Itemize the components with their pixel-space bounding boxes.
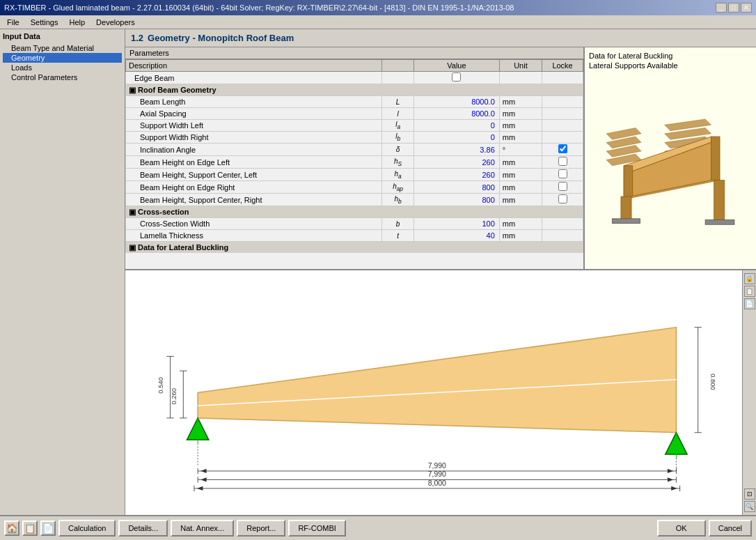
- menu-bar: File Settings Help Developers: [0, 15, 756, 29]
- view-3d-image: [589, 72, 752, 265]
- title-bar: RX-TIMBER - Glued laminated beam - 2.27.…: [0, 0, 756, 15]
- svg-text:0.260: 0.260: [171, 388, 178, 404]
- row-value: 100: [414, 218, 500, 230]
- rf-combi-button[interactable]: RF-COMBI: [288, 520, 345, 537]
- home-button[interactable]: 🏠: [4, 520, 19, 536]
- menu-file[interactable]: File: [3, 17, 24, 27]
- copy-tool-icon[interactable]: 📋: [744, 286, 755, 297]
- top-section: Parameters Description Value Unit L: [125, 47, 756, 270]
- row-value: 3.86: [414, 144, 500, 156]
- zoom-in-icon[interactable]: 🔍: [744, 501, 755, 512]
- table-row: Beam Length L 8000.0 mm: [126, 96, 583, 108]
- copy-bottom-button[interactable]: 📋: [22, 520, 38, 536]
- beam-height-edge-left-lock[interactable]: [558, 157, 567, 166]
- row-unit: °: [499, 144, 542, 156]
- row-symbol: l: [382, 108, 414, 120]
- row-lock: [542, 156, 583, 169]
- row-symbol: hb: [382, 194, 414, 206]
- sidebar-item-control[interactable]: Control Parameters: [3, 72, 122, 82]
- cancel-button[interactable]: Cancel: [709, 520, 752, 537]
- calculation-button[interactable]: Calculation: [58, 520, 116, 537]
- zoom-fit-icon[interactable]: ⊡: [744, 488, 755, 500]
- row-symbol: t: [382, 230, 414, 242]
- row-value: 800: [414, 194, 500, 206]
- view-3d-panel: Data for Lateral Buckling Lateral Suppor…: [585, 47, 756, 269]
- lock-tool-icon[interactable]: 🔒: [744, 273, 755, 284]
- report-button[interactable]: Report...: [237, 520, 285, 537]
- paste-tool-icon[interactable]: 📄: [744, 298, 755, 309]
- svg-marker-13: [711, 137, 720, 180]
- row-symbol: ha: [382, 169, 414, 181]
- col-value: Value: [414, 60, 500, 72]
- row-unit: mm: [499, 169, 542, 181]
- row-symbol: L: [382, 96, 414, 108]
- row-unit: mm: [499, 108, 542, 120]
- row-value: 800: [414, 181, 500, 194]
- menu-settings[interactable]: Settings: [26, 17, 63, 27]
- table-row: Beam Height on Edge Left hS 260 mm: [126, 156, 583, 169]
- row-unit: mm: [499, 156, 542, 169]
- sidebar-item-geometry[interactable]: Geometry: [3, 53, 122, 63]
- close-button[interactable]: ✕: [741, 3, 752, 13]
- row-value: 8000.0: [414, 96, 500, 108]
- svg-rect-16: [705, 220, 734, 225]
- row-desc: Beam Height, Support Center, Right: [126, 194, 382, 206]
- row-desc: Beam Length: [126, 96, 382, 108]
- row-lock: [542, 108, 583, 120]
- row-value: [414, 72, 500, 84]
- table-row: Inclination Angle δ 3.86 °: [126, 144, 583, 156]
- table-row: Beam Height, Support Center, Right hb 80…: [126, 194, 583, 206]
- diagram-svg: 0.260 0.540: [125, 270, 756, 515]
- diagram-area: 0.260 0.540: [125, 270, 756, 515]
- table-row-section: ▣ Roof Beam Geometry: [126, 84, 583, 96]
- sidebar-item-beam-type[interactable]: Beam Type and Material: [3, 43, 122, 53]
- svg-rect-17: [621, 196, 631, 221]
- sidebar-title: Input Data: [3, 32, 122, 40]
- row-desc: Support Width Right: [126, 132, 382, 144]
- svg-text:0.540: 0.540: [157, 377, 164, 393]
- diagram-canvas: 0.260 0.540: [125, 270, 756, 515]
- menu-developers[interactable]: Developers: [92, 17, 139, 27]
- row-symbol: δ: [382, 144, 414, 156]
- edge-beam-checkbox[interactable]: [452, 72, 461, 82]
- table-row: Support Width Right lb 0 mm: [126, 132, 583, 144]
- row-lock: [542, 132, 583, 144]
- beam-height-support-right-lock[interactable]: [558, 194, 567, 203]
- row-symbol: b: [382, 218, 414, 230]
- content-area: 1.2 Geometry - Monopitch Roof Beam Param…: [125, 29, 756, 515]
- minimize-button[interactable]: _: [716, 3, 727, 13]
- row-value: 0: [414, 132, 500, 144]
- row-desc: Beam Height on Edge Right: [126, 181, 382, 194]
- params-panel: Parameters Description Value Unit L: [125, 47, 585, 269]
- table-row: Axial Spacing l 8000.0 mm: [126, 108, 583, 120]
- maximize-button[interactable]: □: [728, 3, 739, 13]
- params-table-wrapper[interactable]: Description Value Unit Locke: [125, 59, 583, 253]
- paste-bottom-button[interactable]: 📄: [40, 520, 56, 536]
- ok-button[interactable]: OK: [657, 520, 706, 537]
- row-desc: Beam Height on Edge Left: [126, 156, 382, 169]
- nat-annex-button[interactable]: Nat. Annex...: [171, 520, 234, 537]
- beam-height-support-left-lock[interactable]: [558, 169, 567, 178]
- table-row: Beam Height on Edge Right hap 800 mm: [126, 181, 583, 194]
- beam-height-edge-right-lock[interactable]: [558, 182, 567, 191]
- sidebar-item-loads[interactable]: Loads: [3, 63, 122, 72]
- row-symbol: hap: [382, 181, 414, 194]
- svg-rect-18: [612, 219, 640, 224]
- row-lock: [542, 230, 583, 242]
- inclination-lock[interactable]: [558, 144, 567, 153]
- row-unit: [499, 72, 542, 84]
- sidebar: Input Data Beam Type and Material Geomet…: [0, 29, 125, 515]
- row-lock: [542, 181, 583, 194]
- row-value: 8000.0: [414, 108, 500, 120]
- section-label: ▣ Data for Lateral Buckling: [126, 242, 583, 254]
- page-title: Geometry - Monopitch Roof Beam: [148, 33, 294, 43]
- row-lock: [542, 144, 583, 156]
- svg-marker-12: [624, 166, 633, 198]
- menu-help[interactable]: Help: [65, 17, 89, 27]
- col-lock: Locke: [542, 60, 583, 72]
- section-label: ▣ Roof Beam Geometry: [126, 84, 583, 96]
- col-description: Description: [126, 60, 382, 72]
- view-3d-subtitle: Lateral Supports Available: [589, 61, 752, 70]
- row-lock: [542, 72, 583, 84]
- details-button[interactable]: Details...: [118, 520, 168, 537]
